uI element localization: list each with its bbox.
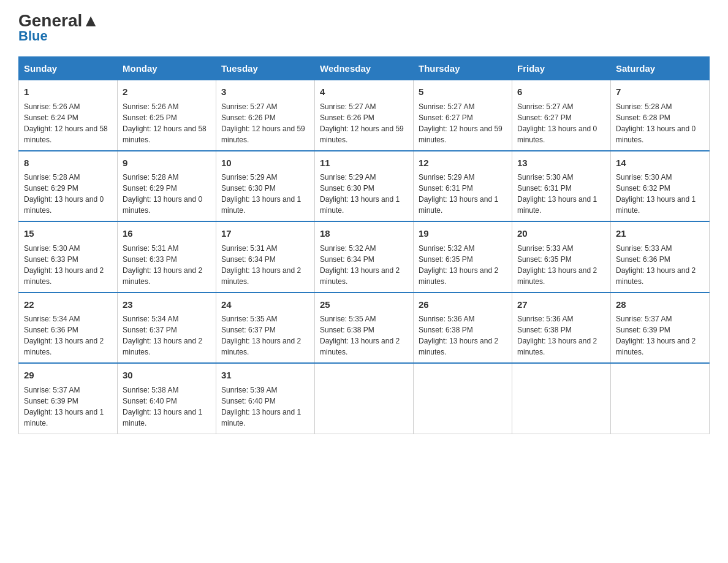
day-number: 21 [616, 227, 704, 241]
day-info: Sunrise: 5:36 AMSunset: 6:38 PMDaylight:… [419, 313, 507, 358]
calendar-cell: 28Sunrise: 5:37 AMSunset: 6:39 PMDayligh… [611, 293, 710, 364]
calendar-body: 1Sunrise: 5:26 AMSunset: 6:24 PMDaylight… [19, 80, 710, 434]
day-info: Sunrise: 5:26 AMSunset: 6:25 PMDaylight:… [123, 101, 211, 145]
calendar-cell: 5Sunrise: 5:27 AMSunset: 6:27 PMDaylight… [414, 80, 512, 151]
day-number: 6 [517, 85, 605, 99]
day-number: 5 [419, 85, 507, 99]
day-number: 30 [123, 369, 211, 383]
weekday-header-friday: Friday [512, 57, 611, 80]
day-info: Sunrise: 5:32 AMSunset: 6:34 PMDaylight:… [320, 243, 408, 287]
day-info: Sunrise: 5:27 AMSunset: 6:26 PMDaylight:… [221, 101, 309, 145]
calendar-table: SundayMondayTuesdayWednesdayThursdayFrid… [18, 56, 710, 434]
day-number: 3 [221, 85, 309, 99]
calendar-cell: 23Sunrise: 5:34 AMSunset: 6:37 PMDayligh… [118, 293, 216, 364]
calendar-week-1: 1Sunrise: 5:26 AMSunset: 6:24 PMDaylight… [19, 80, 710, 151]
calendar-cell: 10Sunrise: 5:29 AMSunset: 6:30 PMDayligh… [216, 151, 315, 222]
day-info: Sunrise: 5:29 AMSunset: 6:30 PMDaylight:… [320, 172, 408, 216]
day-number: 7 [616, 85, 704, 99]
day-info: Sunrise: 5:28 AMSunset: 6:29 PMDaylight:… [123, 172, 211, 216]
day-number: 29 [24, 369, 112, 383]
calendar-cell [414, 363, 512, 434]
calendar-cell: 21Sunrise: 5:33 AMSunset: 6:36 PMDayligh… [611, 221, 710, 293]
calendar-cell: 8Sunrise: 5:28 AMSunset: 6:29 PMDaylight… [19, 151, 118, 222]
day-number: 10 [221, 156, 309, 170]
calendar-cell [315, 363, 414, 434]
day-number: 12 [419, 156, 507, 170]
day-info: Sunrise: 5:31 AMSunset: 6:33 PMDaylight:… [123, 243, 211, 287]
calendar-cell: 17Sunrise: 5:31 AMSunset: 6:34 PMDayligh… [216, 221, 315, 293]
weekday-header-sunday: Sunday [19, 57, 118, 80]
calendar-cell: 12Sunrise: 5:29 AMSunset: 6:31 PMDayligh… [414, 151, 512, 222]
calendar-week-5: 29Sunrise: 5:37 AMSunset: 6:39 PMDayligh… [19, 363, 710, 434]
day-info: Sunrise: 5:37 AMSunset: 6:39 PMDaylight:… [616, 313, 704, 358]
day-info: Sunrise: 5:38 AMSunset: 6:40 PMDaylight:… [123, 385, 211, 429]
calendar-cell: 6Sunrise: 5:27 AMSunset: 6:27 PMDaylight… [512, 80, 611, 151]
weekday-header-saturday: Saturday [611, 57, 710, 80]
day-info: Sunrise: 5:28 AMSunset: 6:29 PMDaylight:… [24, 172, 112, 216]
day-info: Sunrise: 5:26 AMSunset: 6:24 PMDaylight:… [24, 101, 112, 145]
day-number: 23 [123, 298, 211, 312]
calendar-week-4: 22Sunrise: 5:34 AMSunset: 6:36 PMDayligh… [19, 293, 710, 364]
calendar-cell: 15Sunrise: 5:30 AMSunset: 6:33 PMDayligh… [19, 221, 118, 293]
day-number: 13 [517, 156, 605, 170]
calendar-cell: 16Sunrise: 5:31 AMSunset: 6:33 PMDayligh… [118, 221, 216, 293]
calendar-cell: 2Sunrise: 5:26 AMSunset: 6:25 PMDaylight… [118, 80, 216, 151]
day-number: 18 [320, 227, 408, 241]
calendar-week-3: 15Sunrise: 5:30 AMSunset: 6:33 PMDayligh… [19, 221, 710, 293]
day-number: 17 [221, 227, 309, 241]
day-number: 22 [24, 298, 112, 312]
day-number: 19 [419, 227, 507, 241]
day-number: 25 [320, 298, 408, 312]
day-info: Sunrise: 5:34 AMSunset: 6:37 PMDaylight:… [123, 313, 211, 358]
day-info: Sunrise: 5:29 AMSunset: 6:31 PMDaylight:… [419, 172, 507, 216]
day-info: Sunrise: 5:36 AMSunset: 6:38 PMDaylight:… [517, 313, 605, 358]
day-info: Sunrise: 5:28 AMSunset: 6:28 PMDaylight:… [616, 101, 704, 145]
day-info: Sunrise: 5:39 AMSunset: 6:40 PMDaylight:… [221, 385, 309, 429]
calendar-cell: 24Sunrise: 5:35 AMSunset: 6:37 PMDayligh… [216, 293, 315, 364]
day-info: Sunrise: 5:34 AMSunset: 6:36 PMDaylight:… [24, 313, 112, 358]
calendar-cell: 27Sunrise: 5:36 AMSunset: 6:38 PMDayligh… [512, 293, 611, 364]
day-number: 1 [24, 85, 112, 99]
weekday-header-wednesday: Wednesday [315, 57, 414, 80]
calendar-cell: 18Sunrise: 5:32 AMSunset: 6:34 PMDayligh… [315, 221, 414, 293]
day-info: Sunrise: 5:30 AMSunset: 6:32 PMDaylight:… [616, 172, 704, 216]
day-number: 4 [320, 85, 408, 99]
logo-text-blue: Blue [18, 28, 48, 44]
day-info: Sunrise: 5:30 AMSunset: 6:31 PMDaylight:… [517, 172, 605, 216]
day-number: 2 [123, 85, 211, 99]
day-number: 11 [320, 156, 408, 170]
logo-text-general: General▲ [18, 12, 99, 29]
calendar-cell: 7Sunrise: 5:28 AMSunset: 6:28 PMDaylight… [611, 80, 710, 151]
day-info: Sunrise: 5:35 AMSunset: 6:37 PMDaylight:… [221, 313, 309, 358]
calendar-cell: 31Sunrise: 5:39 AMSunset: 6:40 PMDayligh… [216, 363, 315, 434]
calendar-header: SundayMondayTuesdayWednesdayThursdayFrid… [19, 57, 710, 80]
calendar-cell [512, 363, 611, 434]
logo-icon: General▲ [18, 12, 99, 29]
day-number: 31 [221, 369, 309, 383]
calendar-cell: 20Sunrise: 5:33 AMSunset: 6:35 PMDayligh… [512, 221, 611, 293]
day-number: 16 [123, 227, 211, 241]
day-info: Sunrise: 5:27 AMSunset: 6:27 PMDaylight:… [419, 101, 507, 145]
day-number: 26 [419, 298, 507, 312]
day-info: Sunrise: 5:29 AMSunset: 6:30 PMDaylight:… [221, 172, 309, 216]
weekday-header-tuesday: Tuesday [216, 57, 315, 80]
day-info: Sunrise: 5:27 AMSunset: 6:27 PMDaylight:… [517, 101, 605, 145]
day-number: 28 [616, 298, 704, 312]
calendar-cell: 22Sunrise: 5:34 AMSunset: 6:36 PMDayligh… [19, 293, 118, 364]
weekday-header-monday: Monday [118, 57, 216, 80]
calendar-cell: 30Sunrise: 5:38 AMSunset: 6:40 PMDayligh… [118, 363, 216, 434]
day-number: 9 [123, 156, 211, 170]
calendar-cell: 4Sunrise: 5:27 AMSunset: 6:26 PMDaylight… [315, 80, 414, 151]
day-number: 24 [221, 298, 309, 312]
calendar-cell: 19Sunrise: 5:32 AMSunset: 6:35 PMDayligh… [414, 221, 512, 293]
day-number: 8 [24, 156, 112, 170]
calendar-cell: 14Sunrise: 5:30 AMSunset: 6:32 PMDayligh… [611, 151, 710, 222]
calendar-cell [611, 363, 710, 434]
calendar-cell: 25Sunrise: 5:35 AMSunset: 6:38 PMDayligh… [315, 293, 414, 364]
calendar-cell: 26Sunrise: 5:36 AMSunset: 6:38 PMDayligh… [414, 293, 512, 364]
weekday-header-row: SundayMondayTuesdayWednesdayThursdayFrid… [19, 57, 710, 80]
day-info: Sunrise: 5:33 AMSunset: 6:35 PMDaylight:… [517, 243, 605, 287]
page-header: General▲ Blue [18, 12, 710, 44]
calendar-cell: 29Sunrise: 5:37 AMSunset: 6:39 PMDayligh… [19, 363, 118, 434]
day-info: Sunrise: 5:35 AMSunset: 6:38 PMDaylight:… [320, 313, 408, 358]
